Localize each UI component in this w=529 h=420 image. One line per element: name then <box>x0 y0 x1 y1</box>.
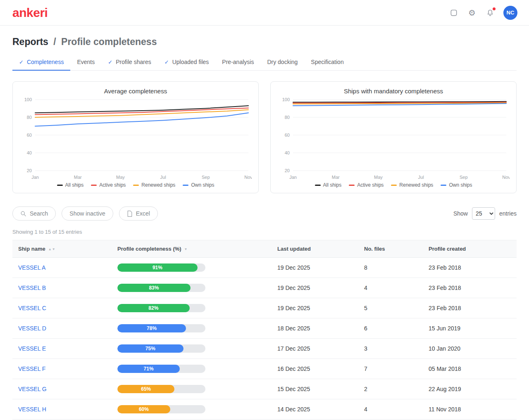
svg-text:May: May <box>116 175 125 180</box>
last-updated-cell: 19 Dec 2025 <box>272 258 358 278</box>
table-toolbar: Search Show inactive Excel Show 25 entri… <box>12 206 517 221</box>
tab-specification[interactable]: Specification <box>304 54 350 71</box>
svg-text:Jan: Jan <box>31 175 39 180</box>
breadcrumb-separator: / <box>53 36 56 47</box>
page-size-select[interactable]: 25 <box>472 207 495 220</box>
legend-marker-icon <box>57 185 63 186</box>
table-header-row: Ship name▲▼Profile completeness (%)▼Last… <box>12 240 517 258</box>
legend-label: All ships <box>65 182 84 188</box>
legend-item: Active ships <box>349 182 384 188</box>
search-icon <box>20 211 26 217</box>
apps-icon[interactable] <box>449 8 459 18</box>
completeness-percent-label: 82% <box>148 305 158 311</box>
column-header-label: Ship name <box>18 246 45 252</box>
legend-item: Renewed ships <box>391 182 433 188</box>
profile-created-cell: 22 Aug 2019 <box>423 379 517 399</box>
legend-label: Active ships <box>357 182 384 188</box>
completeness-bar-fill: 65% <box>117 385 174 393</box>
vessel-link[interactable]: VESSEL G <box>18 386 47 392</box>
tab-profile-shares[interactable]: ✓Profile shares <box>101 54 158 71</box>
line-chart-average: 10080604020JanMarMayJulSepNov <box>19 96 253 181</box>
tab-label: Dry docking <box>267 59 298 65</box>
tab-label: Uploaded files <box>172 59 209 65</box>
entries-label: entries <box>499 210 517 217</box>
tab-events[interactable]: Events <box>70 54 101 71</box>
tab-pre-analysis[interactable]: Pre-analysis <box>215 54 260 71</box>
legend-item: Own ships <box>183 182 214 188</box>
vessel-link[interactable]: VESSEL D <box>18 325 46 332</box>
svg-text:80: 80 <box>285 115 290 120</box>
profile-created-cell: 10 Jan 2020 <box>423 339 517 359</box>
profile-created-cell: 05 Mar 2018 <box>423 359 517 379</box>
legend-label: Own ships <box>191 182 214 188</box>
files-count-cell: 5 <box>358 298 423 318</box>
last-updated-cell: 17 Dec 2025 <box>272 339 358 359</box>
completeness-percent-label: 83% <box>149 285 159 291</box>
last-updated-cell: 16 Dec 2025 <box>272 359 358 379</box>
svg-text:Jul: Jul <box>160 175 166 180</box>
column-header-ship-name[interactable]: Ship name▲▼ <box>12 240 112 258</box>
column-header-profile-completeness[interactable]: Profile completeness (%)▼ <box>112 240 272 258</box>
files-count-cell: 3 <box>358 339 423 359</box>
sort-desc-icon: ▼ <box>184 247 188 251</box>
table-row: VESSEL C82%19 Dec 2025523 Feb 2018 <box>12 298 517 318</box>
last-updated-cell: 19 Dec 2025 <box>272 298 358 318</box>
completeness-bar-fill: 82% <box>117 304 190 312</box>
legend-item: Renewed ships <box>133 182 175 188</box>
legend-label: Renewed ships <box>399 182 433 188</box>
completeness-percent-label: 65% <box>141 386 151 392</box>
check-icon: ✓ <box>108 59 112 65</box>
vessel-link[interactable]: VESSEL H <box>18 406 46 413</box>
show-inactive-label: Show inactive <box>69 210 105 217</box>
breadcrumb: Reports / Profile completeness <box>12 36 517 47</box>
legend-marker-icon <box>91 185 97 186</box>
svg-text:Mar: Mar <box>332 175 340 180</box>
svg-text:Sep: Sep <box>460 175 468 180</box>
files-count-cell: 2 <box>358 379 423 399</box>
legend-item: Active ships <box>91 182 126 188</box>
settings-gear-icon[interactable]: ⚙ <box>467 8 477 18</box>
completeness-bar: 60% <box>117 405 205 413</box>
tabs: ✓CompletenessEvents✓Profile shares✓Uploa… <box>12 54 517 71</box>
completeness-bar-fill: 60% <box>117 405 170 413</box>
svg-text:Nov: Nov <box>244 175 252 180</box>
completeness-percent-label: 78% <box>147 325 157 331</box>
legend-item: All ships <box>315 182 342 188</box>
search-button[interactable]: Search <box>12 206 56 221</box>
avatar[interactable]: NC <box>503 6 517 20</box>
svg-text:80: 80 <box>27 115 32 120</box>
vessel-link[interactable]: VESSEL A <box>18 264 45 271</box>
ankeri-logo[interactable]: ankeri <box>12 6 48 20</box>
tab-completeness[interactable]: ✓Completeness <box>12 54 70 71</box>
vessel-link[interactable]: VESSEL F <box>18 365 45 372</box>
table-row: VESSEL A91%19 Dec 2025823 Feb 2018 <box>12 258 517 278</box>
vessel-link[interactable]: VESSEL E <box>18 345 46 352</box>
show-inactive-button[interactable]: Show inactive <box>62 206 113 221</box>
table-row: VESSEL F71%16 Dec 2025705 Mar 2018 <box>12 359 517 379</box>
chart-card-average-completeness: Average completeness 10080604020JanMarMa… <box>12 81 259 193</box>
tab-uploaded-files[interactable]: ✓Uploaded files <box>158 54 216 71</box>
completeness-bar-fill: 83% <box>117 284 191 292</box>
notifications-icon[interactable] <box>485 8 495 18</box>
line-chart: 10080604020JanMarMayJulSepNov <box>276 96 510 181</box>
last-updated-cell: 15 Dec 2025 <box>272 379 358 399</box>
completeness-bar: 83% <box>117 284 205 292</box>
chart-legend: All shipsActive shipsRenewed shipsOwn sh… <box>19 182 253 190</box>
charts-row: Average completeness 10080604020JanMarMa… <box>12 81 517 193</box>
excel-file-icon <box>127 211 133 217</box>
legend-label: Own ships <box>449 182 472 188</box>
completeness-percent-label: 71% <box>144 366 154 372</box>
topbar-actions: ⚙ NC <box>449 6 517 20</box>
completeness-percent-label: 60% <box>139 406 149 412</box>
column-header-profile-created: Profile created <box>423 240 517 258</box>
profile-created-cell: 23 Feb 2018 <box>423 258 517 278</box>
profile-created-cell: 15 Jun 2019 <box>423 318 517 339</box>
tab-dry-docking[interactable]: Dry docking <box>260 54 304 71</box>
line-chart-mandatory: 10080604020JanMarMayJulSepNov <box>276 96 510 181</box>
completeness-bar: 82% <box>117 304 205 312</box>
excel-export-button[interactable]: Excel <box>119 206 158 221</box>
vessel-link[interactable]: VESSEL C <box>18 305 46 311</box>
legend-marker-icon <box>441 185 446 186</box>
table-row: VESSEL G65%15 Dec 2025222 Aug 2019 <box>12 379 517 399</box>
vessel-link[interactable]: VESSEL B <box>18 285 46 291</box>
